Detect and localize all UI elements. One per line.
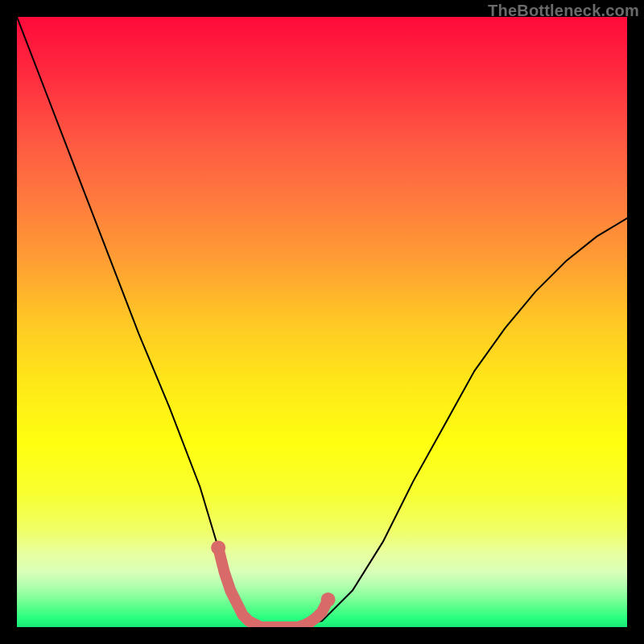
watermark-text: TheBottleneck.com	[488, 2, 639, 20]
optimal-highlight-line	[218, 548, 328, 628]
optimal-highlight-endpoint-left	[211, 540, 225, 555]
chart-plot-area	[17, 17, 627, 627]
bottleneck-curve-line	[17, 17, 627, 627]
chart-svg-overlay	[17, 17, 627, 627]
optimal-highlight-endpoint-right	[321, 592, 336, 607]
